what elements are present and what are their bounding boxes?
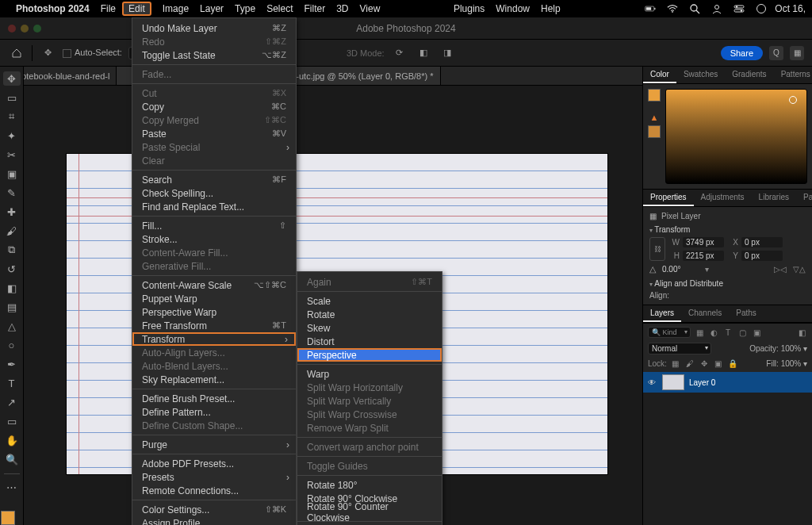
siri-icon[interactable]: [756, 3, 767, 14]
edit-menu-undo-make-layer[interactable]: Undo Make Layer⌘Z: [132, 21, 296, 35]
fill-dropdown-icon[interactable]: ▾: [803, 359, 807, 368]
color-swatches[interactable]: [1, 504, 23, 525]
dodge-tool[interactable]: ○: [3, 339, 21, 353]
link-dimensions-icon[interactable]: ⛓: [649, 237, 665, 261]
edit-menu-toggle-last-state[interactable]: Toggle Last State⌥⌘Z: [132, 48, 296, 62]
traffic-lights[interactable]: [8, 25, 41, 33]
edit-menu-paste[interactable]: Paste⌘V: [132, 127, 296, 140]
rotate-icon[interactable]: △: [649, 264, 656, 274]
wifi-icon[interactable]: [667, 3, 678, 14]
edit-toolbar-icon[interactable]: ⋯: [3, 481, 21, 495]
layer-thumbnail[interactable]: [662, 374, 684, 390]
menubar-date[interactable]: Oct 16,: [775, 3, 806, 14]
3d-pan-icon[interactable]: ◧: [415, 44, 432, 62]
transform-menu-perspective[interactable]: Perspective: [297, 348, 442, 362]
edit-menu-transform[interactable]: Transform: [132, 332, 296, 346]
flip-v-icon[interactable]: ▽△: [793, 265, 806, 274]
3d-orbit-icon[interactable]: ⟳: [391, 44, 408, 62]
angle-dropdown-icon[interactable]: ▾: [705, 265, 709, 274]
blur-tool[interactable]: △: [3, 320, 21, 334]
lock-pos-icon[interactable]: ✥: [699, 358, 710, 369]
edit-menu-check-spelling[interactable]: Check Spelling...: [132, 186, 296, 200]
transform-menu-scale[interactable]: Scale: [297, 294, 442, 308]
edit-menu-free-transform[interactable]: Free Transform⌘T: [132, 319, 296, 332]
type-tool[interactable]: T: [3, 377, 21, 391]
transform-menu-distort[interactable]: Distort: [297, 335, 442, 348]
tab-layers[interactable]: Layers: [643, 305, 681, 322]
menu-select[interactable]: Select: [266, 3, 293, 14]
edit-menu-puppet-warp[interactable]: Puppet Warp: [132, 292, 296, 305]
filter-pixel-icon[interactable]: ▦: [694, 327, 705, 338]
color-field[interactable]: [665, 89, 807, 184]
opacity-value[interactable]: 100%: [781, 344, 802, 353]
filter-adjust-icon[interactable]: ◐: [708, 327, 719, 338]
user-icon[interactable]: [711, 3, 722, 14]
menu-filter[interactable]: Filter: [304, 3, 325, 14]
zoom-tool[interactable]: 🔍: [3, 453, 21, 467]
transform-menu-rotate[interactable]: Rotate: [297, 308, 442, 321]
tab-properties[interactable]: Properties: [643, 190, 694, 206]
auto-select-checkbox[interactable]: [63, 49, 71, 58]
filter-toggle-icon[interactable]: ◧: [796, 327, 807, 338]
spotlight-icon[interactable]: [689, 3, 700, 14]
gamut-color-swatch[interactable]: [648, 125, 661, 138]
edit-menu-perspective-warp[interactable]: Perspective Warp: [132, 305, 296, 319]
y-value[interactable]: 0 px: [741, 251, 783, 261]
frame-tool[interactable]: ▣: [3, 167, 21, 181]
edit-menu-define-pattern[interactable]: Define Pattern...: [132, 405, 296, 419]
tab-channels[interactable]: Channels: [681, 305, 729, 322]
menu-3d[interactable]: 3D: [336, 3, 348, 14]
visibility-icon[interactable]: 👁: [648, 378, 657, 387]
shape-tool[interactable]: ▭: [3, 415, 21, 429]
edit-menu-fill[interactable]: Fill...⇧: [132, 219, 296, 232]
menu-window[interactable]: Window: [496, 3, 530, 14]
edit-menu-purge[interactable]: Purge: [132, 438, 296, 451]
path-tool[interactable]: ↗: [3, 396, 21, 410]
history-brush-tool[interactable]: ↺: [3, 262, 21, 276]
marquee-tool[interactable]: ▭: [3, 90, 21, 105]
eraser-tool[interactable]: ◧: [3, 282, 21, 296]
app-name[interactable]: Photoshop 2024: [16, 3, 90, 14]
filter-smart-icon[interactable]: ▣: [751, 327, 762, 338]
minimize-window-icon[interactable]: [21, 25, 29, 33]
healing-tool[interactable]: ✚: [3, 205, 21, 219]
home-icon[interactable]: [8, 44, 25, 62]
lock-trans-icon[interactable]: ▦: [670, 358, 681, 369]
tab-swatches[interactable]: Swatches: [676, 67, 725, 83]
color-picker-ring[interactable]: [789, 96, 797, 104]
foreground-swatch[interactable]: [1, 511, 15, 525]
filter-shape-icon[interactable]: ▢: [737, 327, 748, 338]
transform-menu-rotate-90-counter-clockwise[interactable]: Rotate 90° Counter Clockwise: [297, 505, 442, 519]
height-value[interactable]: 2215 px: [683, 251, 724, 261]
tab-gradients[interactable]: Gradients: [725, 67, 773, 83]
layer-name[interactable]: Layer 0: [689, 378, 715, 387]
close-window-icon[interactable]: [8, 25, 16, 33]
x-value[interactable]: 0 px: [741, 237, 783, 247]
edit-menu-color-settings[interactable]: Color Settings...⇧⌘K: [132, 503, 296, 516]
edit-menu-define-brush-preset[interactable]: Define Brush Preset...: [132, 392, 296, 405]
tab-libraries[interactable]: Libraries: [752, 190, 796, 206]
edit-menu-search[interactable]: Search⌘F: [132, 173, 296, 186]
fg-color-swatch[interactable]: [648, 89, 661, 102]
transform-menu-warp[interactable]: Warp: [297, 367, 442, 381]
lock-nest-icon[interactable]: ▣: [713, 358, 724, 369]
transform-menu-skew[interactable]: Skew: [297, 321, 442, 335]
move-tool-options-icon[interactable]: ✥: [39, 44, 56, 62]
menu-layer[interactable]: Layer: [200, 3, 224, 14]
angle-value[interactable]: 0.00°: [662, 265, 699, 274]
search-icon[interactable]: Q: [769, 46, 783, 60]
edit-menu-remote-connections[interactable]: Remote Connections...: [132, 484, 296, 497]
fill-value[interactable]: 100%: [781, 359, 802, 368]
workspace-icon[interactable]: ▦: [790, 46, 804, 60]
menu-help[interactable]: Help: [541, 3, 561, 14]
edit-menu-stroke[interactable]: Stroke...: [132, 232, 296, 246]
layer-row[interactable]: 👁 Layer 0: [643, 372, 812, 393]
control-center-icon[interactable]: [733, 3, 745, 14]
stamp-tool[interactable]: ⧉: [3, 243, 21, 257]
gradient-tool[interactable]: ▤: [3, 301, 21, 315]
tab-patterns[interactable]: Patterns: [774, 67, 812, 83]
tab-paths[interactable]: Paths: [729, 305, 764, 322]
zoom-window-icon[interactable]: [33, 25, 41, 33]
edit-menu-copy[interactable]: Copy⌘C: [132, 100, 296, 113]
edit-menu-content-aware-scale[interactable]: Content-Aware Scale⌥⇧⌘C: [132, 278, 296, 292]
